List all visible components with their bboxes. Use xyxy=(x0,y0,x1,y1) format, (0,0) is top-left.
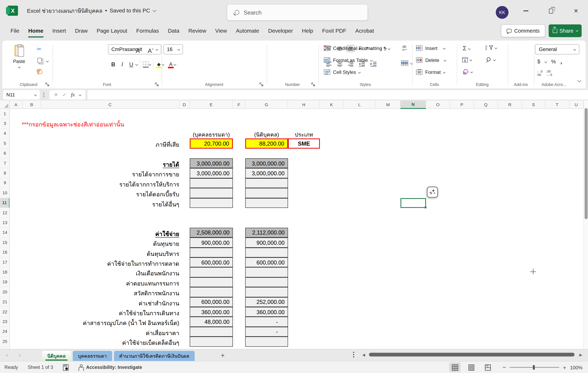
cell-E8[interactable]: 3,000,000.00 xyxy=(190,168,233,178)
cell-G15[interactable]: 900,000.00 xyxy=(245,237,288,247)
cell-G5[interactable]: 88,200.00 xyxy=(245,139,288,149)
macro-record-icon[interactable] xyxy=(63,364,68,371)
scroll-right-icon[interactable]: ▶ xyxy=(579,353,582,357)
page-layout-view-button[interactable] xyxy=(466,362,477,372)
column-header-C[interactable]: C xyxy=(41,101,179,109)
sheet-tab-2[interactable]: คำนวนภาษีใช้เครดิตภาษีเงินปันผล xyxy=(114,351,194,362)
row-header-15[interactable]: 15 xyxy=(0,237,10,247)
copilot-button[interactable] xyxy=(427,186,438,198)
find-select-button[interactable] xyxy=(486,57,495,63)
close-button[interactable]: × xyxy=(568,5,584,16)
fill-button[interactable] xyxy=(462,57,472,63)
column-header-A[interactable]: A xyxy=(10,101,22,109)
menu-tab-insert[interactable]: Insert xyxy=(48,24,71,37)
font-dialog-launcher[interactable] xyxy=(154,82,159,87)
row-header-25[interactable]: 25 xyxy=(0,337,10,347)
sheet-tab-0[interactable]: นิติบุคคล xyxy=(42,351,71,362)
zoom-out-button[interactable]: − xyxy=(503,364,506,371)
cell-G9[interactable] xyxy=(245,178,288,188)
cell-G14[interactable]: 2,112,000.00 xyxy=(245,228,288,238)
zoom-level[interactable]: 100% xyxy=(570,364,582,370)
row-header-9[interactable]: 9 xyxy=(0,178,10,188)
column-header-N[interactable]: N xyxy=(400,101,426,109)
cell-G21[interactable]: 252,000.00 xyxy=(245,297,288,307)
cell-E22[interactable]: 360,000.00 xyxy=(190,307,233,317)
scroll-left-icon[interactable]: ◀ xyxy=(362,353,365,357)
paste-button[interactable]: Paste xyxy=(10,43,29,80)
cell-G20[interactable] xyxy=(245,287,288,297)
cell-H5[interactable]: SME xyxy=(288,139,320,149)
row-header-21[interactable]: 21 xyxy=(0,297,10,307)
row-header-4[interactable]: 4 xyxy=(0,128,10,139)
row-header-26[interactable]: 26 xyxy=(0,347,10,349)
italic-button[interactable]: I xyxy=(118,61,127,67)
cell-G7[interactable]: 3,000,000.00 xyxy=(245,158,288,168)
menu-tab-data[interactable]: Data xyxy=(163,24,184,37)
decrease-font-button[interactable]: A˅ xyxy=(148,44,154,54)
document-title[interactable]: Excel ช่วยวางแผนภาษีนิติบุคคล • Saved to… xyxy=(27,0,155,21)
column-header-Q[interactable]: Q xyxy=(474,101,498,109)
column-header-K[interactable]: K xyxy=(320,101,344,109)
column-header-S[interactable]: S xyxy=(522,101,545,109)
insert-cells-button[interactable]: Insert xyxy=(416,45,445,51)
row-header-18[interactable]: 18 xyxy=(0,267,10,277)
cell-E17[interactable]: 600,000.00 xyxy=(190,257,233,267)
row-header-16[interactable]: 16 xyxy=(0,247,10,257)
autosum-button[interactable]: Σ xyxy=(463,45,470,52)
row-header-6[interactable]: 6 xyxy=(0,149,10,159)
menu-tab-home[interactable]: Home xyxy=(24,24,48,37)
menu-tab-help[interactable]: Help xyxy=(297,24,318,37)
sheet-content[interactable]: ***กรอกข้อมูลเฉพาะช่องสีเท่าอ่อนเท่านั้น… xyxy=(10,109,584,349)
collapse-ribbon-icon[interactable] xyxy=(578,78,581,82)
menu-tab-foxit-pdf[interactable]: Foxit PDF xyxy=(318,24,351,37)
cell-E14[interactable]: 2,508,000.00 xyxy=(190,228,233,238)
cell-E23[interactable]: 48,000.00 xyxy=(190,317,233,327)
comments-button[interactable]: Comments xyxy=(501,24,545,37)
menu-tab-automate[interactable]: Automate xyxy=(231,24,264,37)
sheet-tab-1[interactable]: บุคคลธรรมดา xyxy=(73,351,112,362)
menu-tab-review[interactable]: Review xyxy=(184,24,211,37)
row-header-11[interactable]: 11 xyxy=(0,198,10,208)
column-header-R[interactable]: R xyxy=(498,101,522,109)
column-header-M[interactable]: M xyxy=(376,101,401,109)
next-sheet-button[interactable]: › xyxy=(19,352,21,358)
select-all-button[interactable] xyxy=(0,101,10,109)
insert-function-button[interactable]: fx xyxy=(71,92,75,98)
number-dialog-launcher[interactable] xyxy=(311,82,316,87)
menu-tab-page-layout[interactable]: Page Layout xyxy=(92,24,132,37)
format-painter-button[interactable] xyxy=(37,68,42,75)
cut-button[interactable]: ✂ xyxy=(37,46,42,53)
column-header-B[interactable]: B xyxy=(22,101,41,109)
cell-E21[interactable]: 600,000.00 xyxy=(190,297,233,307)
cell-E10[interactable] xyxy=(190,188,233,198)
format-cells-button[interactable]: Format xyxy=(416,69,445,75)
menu-tab-formulas[interactable]: Formulas xyxy=(132,24,163,37)
alignment-dialog-launcher[interactable] xyxy=(259,82,264,87)
cell-E7[interactable]: 3,000,000.00 xyxy=(190,158,233,168)
column-header-T[interactable]: T xyxy=(545,101,569,109)
prev-sheet-button[interactable]: ‹ xyxy=(6,352,8,358)
column-header-U[interactable]: U xyxy=(569,101,584,109)
add-sheet-button[interactable]: + xyxy=(221,352,225,360)
share-button[interactable]: Share xyxy=(549,24,582,37)
enter-formula-icon[interactable]: ✓ xyxy=(63,92,67,98)
row-header-12[interactable]: 12 xyxy=(0,208,10,218)
cell-G24[interactable]: - xyxy=(245,327,288,337)
column-header-P[interactable]: P xyxy=(450,101,474,109)
name-box[interactable]: N11 xyxy=(3,90,40,99)
cancel-formula-icon[interactable]: ✕ xyxy=(54,92,58,98)
row-header-23[interactable]: 23 xyxy=(0,317,10,327)
normal-view-button[interactable] xyxy=(449,362,460,372)
cell-E19[interactable] xyxy=(190,277,233,287)
cell-E18[interactable] xyxy=(190,267,233,277)
clipboard-dialog-launcher[interactable] xyxy=(45,82,50,87)
cell-G19[interactable] xyxy=(245,277,288,287)
chevron-down-icon[interactable] xyxy=(46,60,49,62)
cell-styles-button[interactable]: Cell Styles xyxy=(324,69,360,75)
cell-E11[interactable] xyxy=(190,198,233,208)
accessibility-status[interactable]: Accessibility: Investigate xyxy=(86,365,142,370)
zoom-in-button[interactable]: + xyxy=(563,364,566,371)
column-header-H[interactable]: H xyxy=(288,101,320,109)
row-header-22[interactable]: 22 xyxy=(0,307,10,317)
cell-G22[interactable]: 360,000.00 xyxy=(245,307,288,317)
